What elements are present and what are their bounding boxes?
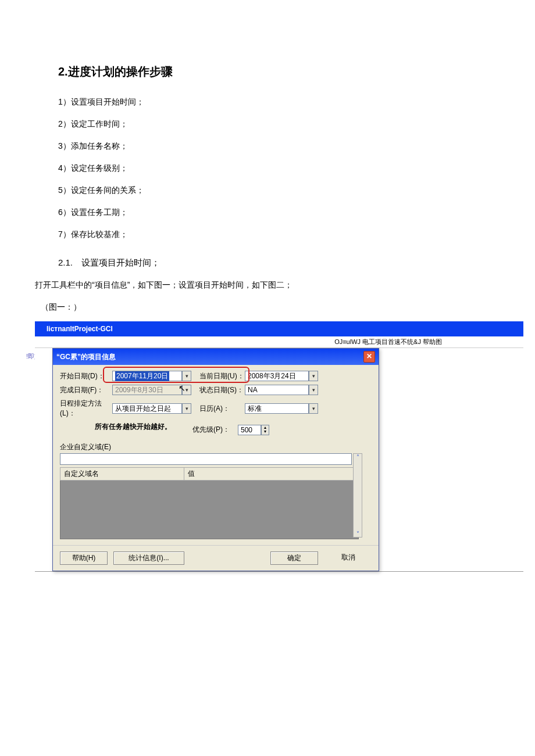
project-info-dialog: “GC累”的项目信息 ✕ ↖ 开始日期(D)： 2007年11月20日 ▾ 当前… bbox=[52, 348, 379, 571]
close-icon[interactable]: ✕ bbox=[363, 351, 375, 363]
grid-col-value: 值 bbox=[184, 468, 358, 480]
step-3: 3）添加任务名称； bbox=[58, 141, 500, 152]
grid-col-name: 自定义域名 bbox=[60, 468, 184, 480]
label-status-date: 状态日期(S)： bbox=[199, 385, 245, 395]
scroll-down-icon[interactable]: ˅ bbox=[356, 531, 359, 537]
cancel-button[interactable]: 取消 bbox=[325, 551, 372, 565]
label-start-date: 开始日期(D)： bbox=[60, 371, 112, 381]
start-date-dropdown-icon[interactable]: ▾ bbox=[182, 371, 191, 381]
start-date-field[interactable]: 2007年11月20日 bbox=[112, 371, 182, 381]
schedule-hint: 所有任务越快开始越好。 bbox=[95, 422, 192, 432]
section-heading: 2.进度计划的操作步骤 bbox=[58, 64, 500, 80]
screenshot-figure: IiстnапItProject-GCI OJ≡ulWJ 电工项目首速不统&J … bbox=[35, 321, 523, 572]
figure-label: （图一：） bbox=[41, 302, 500, 313]
label-priority: 优先级(P)： bbox=[192, 425, 238, 435]
status-date-dropdown-icon[interactable]: ▾ bbox=[309, 385, 318, 395]
label-current-date: 当前日期(U)： bbox=[199, 371, 245, 381]
finish-date-field: 2009年8月30日 bbox=[112, 385, 182, 395]
step-6: 6）设置任务工期； bbox=[58, 207, 500, 218]
custom-grid-body bbox=[60, 481, 359, 539]
enterprise-input[interactable] bbox=[60, 453, 352, 465]
ok-button[interactable]: 确定 bbox=[270, 551, 318, 565]
dialog-title-text: “GC累”的项目信息 bbox=[56, 352, 116, 362]
label-calendar: 日历(A)： bbox=[199, 404, 245, 414]
custom-grid-header: 自定义域名 值 bbox=[60, 467, 359, 481]
calendar-dropdown-icon[interactable]: ▾ bbox=[309, 403, 318, 414]
app-menubar-text: OJ≡ulWJ 电工项目首速不统&J 帮助图 bbox=[35, 336, 523, 348]
paragraph: 打开工具栏中的“项目信息”，如下图一；设置项目开始时间，如下图二； bbox=[35, 280, 500, 291]
stats-button[interactable]: 统计信息(I)... bbox=[113, 551, 184, 565]
step-5: 5）设定任务间的关系； bbox=[58, 185, 500, 196]
priority-field[interactable]: 500 bbox=[238, 425, 261, 435]
priority-spinner-icon[interactable]: ▴▾ bbox=[261, 425, 269, 435]
step-4: 4）设定任务级别； bbox=[58, 163, 500, 174]
app-titlebar: IiстnапItProject-GCI bbox=[35, 321, 523, 336]
current-date-dropdown-icon[interactable]: ▾ bbox=[309, 371, 318, 381]
finish-date-dropdown-icon: ▾ bbox=[182, 385, 191, 395]
calendar-field[interactable]: 标准 bbox=[245, 403, 309, 414]
step-2: 2）设定工作时间； bbox=[58, 119, 500, 130]
help-button[interactable]: 帮助(H) bbox=[60, 551, 108, 565]
subsection-heading: 2.1. 设置项目开始时间； bbox=[58, 257, 500, 268]
current-date-field[interactable]: 2008年3月24日 bbox=[245, 371, 309, 381]
step-list: 1）设置项目开始时间； 2）设定工作时间； 3）添加任务名称； 4）设定任务级别… bbox=[58, 97, 500, 240]
step-1: 1）设置项目开始时间； bbox=[58, 97, 500, 108]
scroll-up-icon[interactable]: ˄ bbox=[356, 454, 359, 460]
label-schedule-from: 日程排定方法(L)： bbox=[60, 399, 112, 418]
dialog-titlebar: “GC累”的项目信息 ✕ bbox=[53, 349, 379, 365]
schedule-from-dropdown-icon[interactable]: ▾ bbox=[182, 403, 191, 414]
status-date-field[interactable]: NA bbox=[245, 385, 309, 395]
start-date-value: 2007年11月20日 bbox=[115, 371, 169, 381]
dialog-button-row: 帮助(H) 统计信息(I)... 确定 取消 bbox=[53, 545, 379, 571]
grid-scrollbar[interactable]: ˄ ˅ bbox=[353, 453, 362, 538]
label-enterprise-fields: 企业自定义域(E) bbox=[60, 442, 372, 452]
label-finish-date: 完成日期(F)： bbox=[60, 385, 112, 395]
schedule-from-field[interactable]: 从项目开始之日起 bbox=[112, 403, 182, 414]
step-7: 7）保存比较基准； bbox=[58, 230, 500, 240]
